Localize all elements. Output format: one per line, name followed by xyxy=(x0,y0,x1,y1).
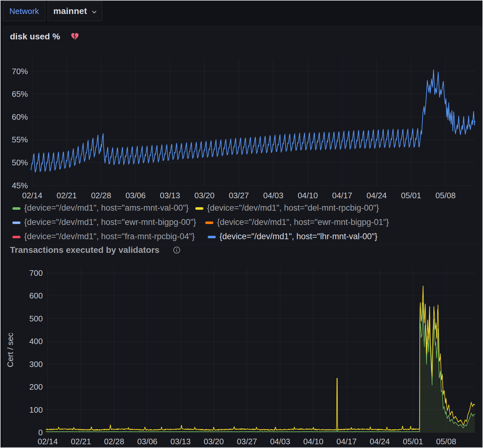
svg-text:600: 600 xyxy=(29,291,43,300)
svg-text:50%: 50% xyxy=(12,158,28,167)
svg-text:04/17: 04/17 xyxy=(336,437,357,446)
svg-text:04/10: 04/10 xyxy=(298,191,318,200)
svg-text:03/20: 03/20 xyxy=(194,191,215,200)
svg-text:03/06: 03/06 xyxy=(126,191,146,200)
svg-text:65%: 65% xyxy=(12,89,28,99)
svg-text:02/21: 02/21 xyxy=(71,437,91,446)
svg-text:300: 300 xyxy=(29,360,43,369)
svg-text:02/28: 02/28 xyxy=(104,437,124,446)
svg-text:Cert / sec: Cert / sec xyxy=(6,333,15,367)
svg-text:04/17: 04/17 xyxy=(332,191,352,200)
svg-text:55%: 55% xyxy=(12,135,28,144)
svg-text:500: 500 xyxy=(29,314,43,323)
svg-text:03/27: 03/27 xyxy=(229,191,249,200)
svg-text:05/08: 05/08 xyxy=(436,191,456,200)
svg-text:45%: 45% xyxy=(12,181,28,190)
svg-text:02/14: 02/14 xyxy=(38,437,58,446)
svg-text:100: 100 xyxy=(29,405,43,414)
svg-text:05/08: 05/08 xyxy=(436,437,456,446)
svg-text:04/10: 04/10 xyxy=(303,437,323,446)
svg-text:0: 0 xyxy=(38,428,43,437)
svg-text:02/28: 02/28 xyxy=(91,191,111,200)
svg-text:04/24: 04/24 xyxy=(370,437,390,446)
svg-text:04/03: 04/03 xyxy=(270,437,290,446)
svg-text:03/27: 03/27 xyxy=(237,437,257,446)
svg-text:04/24: 04/24 xyxy=(366,191,387,200)
svg-text:60%: 60% xyxy=(12,112,28,122)
svg-text:200: 200 xyxy=(29,382,43,392)
svg-text:70%: 70% xyxy=(12,67,28,76)
svg-text:03/13: 03/13 xyxy=(171,437,191,446)
svg-text:04/03: 04/03 xyxy=(263,191,283,200)
svg-text:03/20: 03/20 xyxy=(204,437,224,446)
svg-text:05/01: 05/01 xyxy=(401,191,421,200)
svg-text:03/13: 03/13 xyxy=(160,191,180,200)
svg-text:02/21: 02/21 xyxy=(57,191,77,200)
svg-text:700: 700 xyxy=(29,268,43,278)
svg-text:400: 400 xyxy=(29,337,43,346)
svg-text:02/14: 02/14 xyxy=(22,191,42,200)
svg-text:03/06: 03/06 xyxy=(137,437,157,446)
svg-text:05/01: 05/01 xyxy=(403,437,423,446)
